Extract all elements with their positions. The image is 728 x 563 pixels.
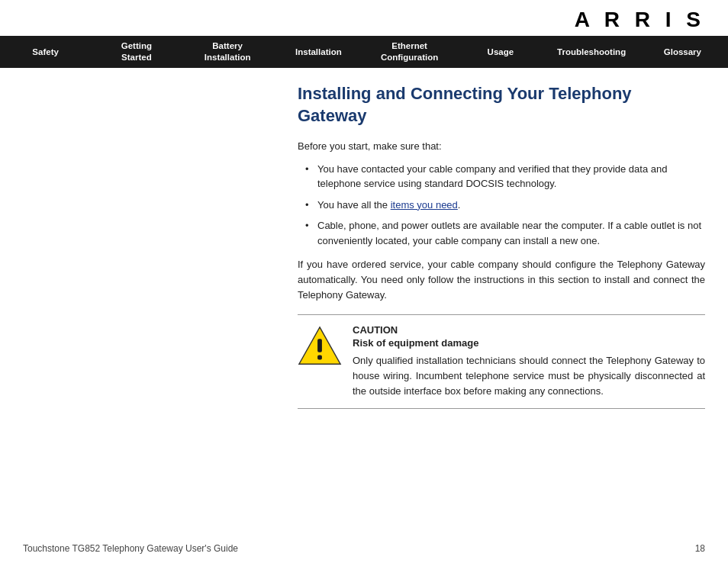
caution-box: CAUTION Risk of equipment damage Only qu… xyxy=(298,314,705,409)
nav-item-ethernet-configuration[interactable]: EthernetConfiguration xyxy=(364,36,455,68)
navigation-bar: Safety GettingStarted BatteryInstallatio… xyxy=(0,36,728,68)
footer: Touchstone TG852 Telephony Gateway User'… xyxy=(0,543,728,554)
list-item: You have contacted your cable company an… xyxy=(305,162,705,191)
left-sidebar xyxy=(0,68,290,424)
svg-rect-2 xyxy=(317,355,322,359)
nav-item-usage[interactable]: Usage xyxy=(455,36,546,68)
items-you-need-link[interactable]: items you need xyxy=(391,199,458,211)
footer-page-number: 18 xyxy=(695,543,705,554)
nav-item-getting-started[interactable]: GettingStarted xyxy=(91,36,182,68)
footer-left: Touchstone TG852 Telephony Gateway User'… xyxy=(23,543,238,554)
nav-item-battery-installation[interactable]: BatteryInstallation xyxy=(182,36,273,68)
svg-rect-1 xyxy=(317,339,322,352)
nav-item-glossary[interactable]: Glossary xyxy=(637,36,728,68)
arris-logo: A R R I S xyxy=(0,0,728,36)
content-area: Installing and Connecting Your Telephony… xyxy=(290,68,728,424)
list-item: You have all the items you need. xyxy=(305,198,705,213)
nav-item-troubleshooting[interactable]: Troubleshooting xyxy=(546,36,637,68)
caution-content: CAUTION Risk of equipment damage Only qu… xyxy=(353,324,705,399)
caution-title: CAUTION xyxy=(353,324,705,336)
page-title: Installing and Connecting Your Telephony… xyxy=(298,83,705,127)
intro-text: Before you start, make sure that: xyxy=(298,139,705,154)
nav-item-safety[interactable]: Safety xyxy=(0,36,91,68)
nav-item-installation[interactable]: Installation xyxy=(273,36,364,68)
caution-icon xyxy=(298,324,342,368)
bullet-list: You have contacted your cable company an… xyxy=(305,162,705,249)
caution-text: Only qualified installation technicians … xyxy=(353,353,705,399)
main-content: Installing and Connecting Your Telephony… xyxy=(0,68,728,424)
body-paragraph: If you have ordered service, your cable … xyxy=(298,257,705,303)
caution-subtitle: Risk of equipment damage xyxy=(353,337,705,349)
list-item: Cable, phone, and power outlets are avai… xyxy=(305,218,705,248)
